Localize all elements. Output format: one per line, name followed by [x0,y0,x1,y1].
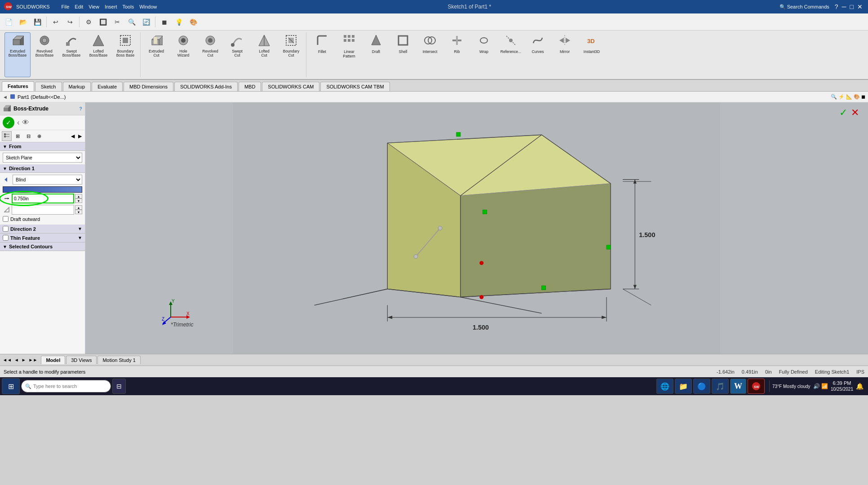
toolbar-save[interactable]: 💾 [31,15,44,29]
draft-angle-spinner[interactable]: ▲ ▼ [75,205,82,214]
view-icon-5[interactable]: ◼ [861,94,865,100]
draft-angle-input[interactable] [12,205,74,215]
close-button[interactable]: ✕ [857,3,863,10]
depth-value-input[interactable] [12,194,74,203]
hole-wizard-button[interactable]: HoleWizard [170,32,196,77]
depth-spinner-up[interactable]: ▲ [75,194,82,198]
menu-tools[interactable]: Tools [122,4,134,9]
thin-feature-checkbox[interactable] [3,235,9,241]
draft-angle-spinner-down[interactable]: ▼ [75,210,82,214]
panel-icon-view[interactable]: ⊕ [34,131,44,141]
linear-pattern-button[interactable]: LinearPattern [336,32,362,77]
toolbar-open[interactable]: 📂 [16,15,30,29]
swept-boss-button[interactable]: SweptBoss/Base [58,32,84,77]
tab-sketch[interactable]: Sketch [35,82,62,91]
tab-mbd-dimensions[interactable]: MBD Dimensions [124,82,173,91]
toolbar-render[interactable]: 💡 [172,15,186,29]
tab-mbd[interactable]: MBD [239,82,261,91]
panel-header[interactable]: Boss-Extrude ? [0,102,85,115]
taskbar-edge-icon[interactable]: 🌐 [656,379,673,394]
start-button[interactable]: ⊞ [2,378,20,394]
menu-view[interactable]: View [89,4,99,9]
from-type-select[interactable]: Sketch Plane Surface/Face/Plane Vertex O… [3,153,82,163]
revolved-boss-button[interactable]: RevolvedBoss/Base [31,32,58,77]
lofted-boss-button[interactable]: LoftedBoss/Base [85,32,111,77]
draft-button[interactable]: Draft [363,32,389,77]
toolbar-redo[interactable]: ↪ [63,15,77,29]
lofted-cut-button[interactable]: LoftedCut [251,32,277,77]
notification-icon[interactable]: 🔔 [856,383,864,390]
instant3d-button[interactable]: 3D Instant3D [579,32,605,77]
rib-button[interactable]: Rib [444,32,470,77]
panel-nav-right[interactable]: ► [77,132,83,140]
toolbar-3d-view[interactable]: 🔲 [96,15,110,29]
panel-icon-table[interactable]: ⊞ [13,131,22,141]
bottom-nav-prev[interactable]: ◄ [13,357,20,362]
viewport-accept-button[interactable]: ✓ [839,107,847,119]
nav-back-icon[interactable]: ◄ [3,94,8,100]
swept-cut-button[interactable]: SweptCut [224,32,250,77]
toolbar-zoom[interactable]: 🔍 [125,15,138,29]
curves-button[interactable]: Curves [525,32,551,77]
taskbar-search-bar[interactable]: 🔍 [21,380,111,392]
bottom-nav-first[interactable]: ◄◄ [2,357,13,362]
toolbar-undo[interactable]: ↩ [49,15,62,29]
wrap-button[interactable]: Wrap [471,32,497,77]
bottom-tab-motion[interactable]: Motion Study 1 [97,356,140,364]
revolved-cut-button[interactable]: RevolvedCut [197,32,223,77]
view-icon-4[interactable]: 🎨 [854,94,860,100]
toolbar-appearance[interactable]: 🎨 [186,15,200,29]
view-icon-2[interactable]: ⚡ [838,94,845,100]
menu-edit[interactable]: Edit [75,4,83,9]
thin-feature-section-header[interactable]: Thin Feature ▼ [0,234,85,242]
tab-features[interactable]: Features [2,81,34,91]
taskbar-chrome-icon[interactable]: 🔵 [693,379,710,394]
preview-eye-icon[interactable]: 👁 [22,119,29,127]
bottom-nav-last[interactable]: ►► [28,357,39,362]
reference-button[interactable]: Reference... [498,32,524,77]
viewport-cancel-button[interactable]: ✕ [851,107,859,119]
taskbar-word-icon[interactable]: W [730,379,746,394]
tab-solidworks-addins[interactable]: SOLIDWORKS Add-Ins [174,82,238,91]
bottom-tab-3dviews[interactable]: 3D Views [66,356,97,364]
tab-evaluate[interactable]: Evaluate [92,82,123,91]
taskbar-music-icon[interactable]: 🎵 [712,379,729,394]
tab-solidworks-cam-tbm[interactable]: SOLIDWORKS CAM TBM [320,82,390,91]
direction1-section-header[interactable]: ▼ Direction 1 [0,164,85,173]
direction2-checkbox[interactable] [3,226,9,232]
boundary-boss-button[interactable]: BoundaryBoss Base [112,32,138,77]
fillet-button[interactable]: Fillet [309,32,335,77]
selected-contours-section-header[interactable]: ▼ Selected Contours [0,242,85,251]
tab-solidworks-cam[interactable]: SOLIDWORKS CAM [262,82,319,91]
draft-angle-spinner-up[interactable]: ▲ [75,205,82,210]
depth-spinner[interactable]: ▲ ▼ [75,194,82,203]
taskbar-solidworks-icon[interactable]: SW [748,379,765,394]
direction2-section-header[interactable]: Direction 2 ▼ [0,225,85,234]
mirror-button[interactable]: Mirror [552,32,578,77]
menu-file[interactable]: File [62,4,70,9]
boundary-cut-button[interactable]: BoundaryCut [278,32,304,77]
cancel-chevron[interactable]: ‹ [17,119,19,127]
taskbar-explorer-icon[interactable]: 📁 [675,379,692,394]
reverse-direction-icon[interactable] [3,176,11,184]
accept-button[interactable]: ✓ [3,117,14,128]
toolbar-section[interactable]: ✂ [111,15,124,29]
help-icon[interactable]: ? [79,106,82,111]
clock[interactable]: 6:39 PM 10/25/2021 [831,380,853,392]
bottom-tab-model[interactable]: Model [41,356,65,364]
panel-icon-properties[interactable]: ⊟ [23,131,33,141]
taskbar-search-input[interactable] [33,384,107,389]
intersect-button[interactable]: Intersect [417,32,443,77]
search-commands[interactable]: 🔍 Search Commands [779,4,829,10]
from-section-header[interactable]: ▼ From [0,142,85,151]
direction1-type-select[interactable]: Blind Through All Up To Next Up To Verte… [13,175,82,185]
toolbar-new[interactable]: 📄 [2,15,15,29]
view-icon-3[interactable]: 📐 [846,94,852,100]
tab-markup[interactable]: Markup [63,82,91,91]
viewport[interactable]: ✓ ✕ [85,102,868,354]
draft-outward-checkbox[interactable] [3,216,9,222]
toolbar-rebuild[interactable]: ⚙ [82,15,95,29]
panel-nav-left[interactable]: ◄ [70,132,76,140]
bottom-nav-next[interactable]: ► [21,357,27,362]
maximize-button[interactable]: □ [850,3,854,10]
